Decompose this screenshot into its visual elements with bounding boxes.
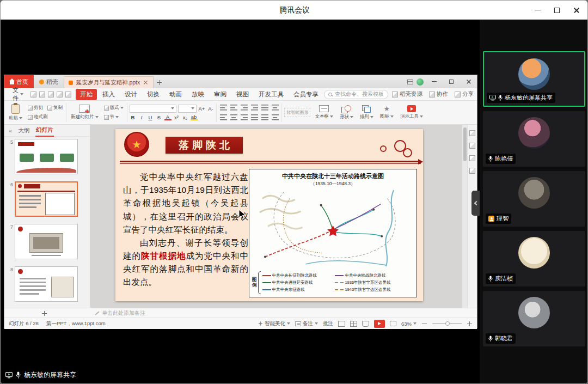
- indent-button[interactable]: [250, 103, 259, 112]
- new-slide-button[interactable]: 新建幻灯片: [69, 103, 101, 121]
- sidebar-tool-icon[interactable]: [469, 155, 475, 161]
- superscript-button[interactable]: x²: [173, 114, 180, 120]
- reading-view-button[interactable]: [362, 321, 369, 327]
- document-tab-close-icon[interactable]: [143, 80, 149, 86]
- align-left-button[interactable]: [219, 113, 228, 121]
- maximize-button[interactable]: [547, 1, 567, 20]
- copy-button[interactable]: 复制: [46, 104, 64, 112]
- slide-canvas[interactable]: ★ 落脚陕北 党中央率中央红军越过六盘山，于1935年10月19日到达西北革命根…: [90, 125, 462, 308]
- outdent-button[interactable]: [240, 103, 248, 112]
- zoom-level[interactable]: 63%: [401, 321, 416, 327]
- collaborate-button[interactable]: 协作: [426, 89, 451, 99]
- sidebar-tool-icon[interactable]: [469, 143, 475, 149]
- layout-button[interactable]: 版式: [103, 104, 125, 112]
- zoom-slider-knob[interactable]: [445, 321, 450, 326]
- sidebar-tool-icon[interactable]: [469, 168, 475, 174]
- account-avatar[interactable]: [416, 78, 424, 86]
- menu-animation[interactable]: 动画: [165, 89, 186, 100]
- increase-font-button[interactable]: A+: [198, 106, 206, 112]
- present-tools-button[interactable]: 演示工具: [398, 104, 425, 121]
- slide-sorter-view-button[interactable]: [350, 321, 357, 327]
- participant-tile[interactable]: 郭晓君: [483, 291, 585, 346]
- menu-slideshow[interactable]: 放映: [187, 89, 209, 100]
- font-size-select[interactable]: [178, 105, 197, 113]
- distribute-button[interactable]: [260, 113, 269, 121]
- zoom-slider[interactable]: [432, 323, 462, 324]
- arrange-button[interactable]: 排列: [358, 104, 376, 121]
- slide-thumbnail-5[interactable]: [15, 139, 78, 174]
- align-right-button[interactable]: [240, 113, 248, 121]
- participant-tile-sharer[interactable]: 杨东敏的屏幕共享: [483, 51, 585, 107]
- preview-icon[interactable]: [48, 92, 54, 97]
- section-button[interactable]: 节: [103, 113, 125, 121]
- wps-close-button[interactable]: [462, 75, 476, 88]
- close-button[interactable]: [567, 1, 586, 20]
- share-button[interactable]: 分享: [452, 89, 476, 99]
- cut-button[interactable]: 剪切: [27, 104, 44, 112]
- participant-tile[interactable]: 理智: [483, 171, 585, 227]
- menu-devtools[interactable]: 开发工具: [254, 89, 288, 100]
- tab-outline[interactable]: 大纲: [17, 125, 30, 136]
- menu-review[interactable]: 审阅: [210, 89, 231, 100]
- current-slide[interactable]: ★ 落脚陕北 党中央率中央红军越过六盘山，于1935年10月19日到达西北革命根…: [115, 129, 423, 301]
- menu-member[interactable]: 会员专享: [289, 89, 323, 100]
- undo-icon[interactable]: [57, 92, 63, 97]
- document-tab[interactable]: 延安岁月与延安精神.pptx: [64, 76, 154, 88]
- zoom-in-button[interactable]: [467, 321, 473, 327]
- columns-button[interactable]: [271, 113, 279, 121]
- new-tab-button[interactable]: [154, 76, 164, 88]
- italic-button[interactable]: I: [138, 114, 145, 120]
- decrease-font-button[interactable]: A-: [207, 106, 214, 112]
- comments-button[interactable]: 批注: [323, 320, 333, 327]
- menu-home[interactable]: 开始: [76, 89, 97, 100]
- text-direction-button[interactable]: [271, 103, 279, 112]
- participant-tile[interactable]: 庾洁桢: [483, 231, 585, 287]
- print-icon[interactable]: [39, 92, 45, 97]
- tab-slides[interactable]: 幻灯片: [35, 125, 54, 137]
- subscript-button[interactable]: x₂: [182, 114, 189, 120]
- align-center-button[interactable]: [229, 113, 238, 121]
- slideshow-play-button[interactable]: [374, 320, 385, 328]
- highlight-button[interactable]: ab: [191, 114, 198, 121]
- slide-body-text[interactable]: 党中央率中央红军越过六盘山，于1935年10月19日到达西北革命根据地吴起镇（今…: [123, 170, 248, 289]
- panel-collapse-icon[interactable]: «: [9, 127, 12, 134]
- bold-button[interactable]: B: [130, 114, 137, 120]
- line-spacing-button[interactable]: [260, 103, 269, 112]
- slide-thumbnail-6-selected[interactable]: [15, 181, 78, 217]
- fit-slide-button[interactable]: [390, 321, 396, 326]
- justify-button[interactable]: [250, 113, 259, 121]
- to-smart-graphic-button[interactable]: 转智能图形: [284, 108, 310, 117]
- zoom-out-button[interactable]: [421, 321, 427, 327]
- participant-tile[interactable]: 陈艳倩: [483, 111, 585, 167]
- smart-beautify-button[interactable]: 智能美化: [258, 320, 290, 327]
- menu-view[interactable]: 视图: [232, 89, 253, 100]
- menu-insert[interactable]: 插入: [98, 89, 119, 100]
- add-slide-button[interactable]: [40, 309, 48, 317]
- slide-thumbnail-8[interactable]: [15, 266, 78, 302]
- menu-transition[interactable]: 切换: [143, 89, 164, 100]
- textbox-button[interactable]: 文本框: [313, 104, 335, 121]
- canvas-scrollbar[interactable]: [462, 125, 467, 308]
- route-map-image[interactable]: 中共中央在陕北十三年活动路线示意图 （1935.10—1948.3）: [249, 169, 417, 297]
- wps-minimize-button[interactable]: [427, 75, 441, 88]
- slide-title-banner[interactable]: 落脚陕北: [166, 137, 243, 154]
- format-painter-button[interactable]: 格式刷: [27, 113, 49, 121]
- wps-maximize-button[interactable]: [444, 75, 458, 88]
- sidebar-tool-icon[interactable]: [469, 130, 475, 136]
- shape-button[interactable]: 形状: [338, 104, 356, 121]
- underline-button[interactable]: U: [147, 114, 154, 120]
- bullets-button[interactable]: [219, 103, 228, 112]
- notes-placeholder[interactable]: 单击此处添加备注: [95, 309, 145, 317]
- wps-docer-tab[interactable]: 稻壳: [34, 75, 64, 88]
- normal-view-button[interactable]: [338, 321, 345, 327]
- save-icon[interactable]: [30, 92, 36, 97]
- slide-thumbnail-7[interactable]: [15, 224, 78, 259]
- strikethrough-button[interactable]: S: [156, 114, 163, 120]
- font-family-select[interactable]: [130, 105, 176, 113]
- redo-icon[interactable]: [65, 92, 71, 97]
- menu-design[interactable]: 设计: [120, 89, 142, 100]
- switch-window-icon[interactable]: [407, 80, 413, 84]
- notes-button[interactable]: 备注: [295, 320, 318, 327]
- scrollbar-thumb[interactable]: [463, 127, 467, 161]
- icon-library-button[interactable]: ★ 图标: [378, 104, 396, 121]
